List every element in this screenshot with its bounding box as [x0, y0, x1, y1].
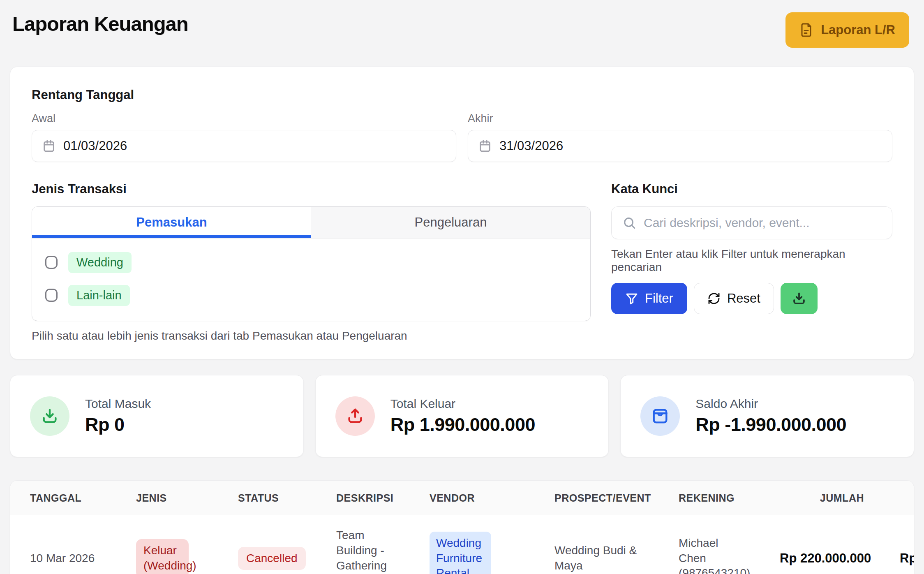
- page-title: Laporan Keuangan: [12, 12, 188, 35]
- option-wedding[interactable]: Wedding: [45, 249, 590, 275]
- export-button[interactable]: [781, 283, 818, 314]
- wedding-option-label: Wedding: [68, 252, 132, 273]
- cell-deskripsi: Team Building - Gathering Karyawan: [336, 528, 392, 574]
- total-keluar-label: Total Keluar: [390, 397, 535, 411]
- wedding-checkbox[interactable]: [45, 256, 58, 269]
- tab-content: Wedding Lain-lain: [32, 238, 590, 321]
- total-masuk-card: Total Masuk Rp 0: [10, 375, 304, 457]
- saldo-akhir-label: Saldo Akhir: [695, 397, 846, 411]
- start-date-group: Awal 01/03/2026: [32, 112, 456, 162]
- saldo-akhir-value: Rp -1.990.000.000: [695, 414, 846, 435]
- summary-cards: Total Masuk Rp 0 Total Keluar Rp 1.990.0…: [10, 375, 914, 457]
- keyword-search-input[interactable]: [644, 216, 881, 230]
- transaction-type-helper: Pilih satu atau lebih jenis transaksi da…: [32, 329, 591, 343]
- arrow-up-tray-icon: [335, 396, 375, 436]
- report-lr-button[interactable]: Laporan L/R: [785, 12, 909, 48]
- filter-button[interactable]: Filter: [611, 283, 687, 314]
- vendor-badge: Wedding Furniture Rental: [430, 532, 491, 574]
- lain-lain-checkbox[interactable]: [45, 289, 58, 302]
- saldo-akhir-card: Saldo Akhir Rp -1.990.000.000: [620, 375, 914, 457]
- col-vendor: VENDOR: [430, 481, 554, 515]
- col-deskripsi: DESKRIPSI: [336, 481, 430, 515]
- keyword-search-box: [611, 206, 892, 239]
- lain-lain-option-label: Lain-lain: [68, 285, 130, 306]
- reset-button[interactable]: Reset: [694, 283, 774, 314]
- calendar-icon: [42, 139, 56, 153]
- option-lain-lain[interactable]: Lain-lain: [45, 282, 590, 308]
- cell-tanggal: 10 Mar 2026: [10, 515, 136, 574]
- date-range-row: Awal 01/03/2026 Akhir 31/03/2026: [32, 112, 892, 162]
- col-tanggal: TANGGAL: [10, 481, 136, 515]
- end-date-label: Akhir: [468, 112, 892, 125]
- start-date-label: Awal: [32, 112, 456, 125]
- search-icon: [622, 216, 636, 230]
- tab-pengeluaran[interactable]: Pengeluaran: [311, 207, 590, 238]
- jenis-badge: Keluar (Wedding): [136, 539, 189, 574]
- cell-jumlah: Rp 220.000.000: [780, 515, 874, 574]
- total-masuk-label: Total Masuk: [85, 397, 151, 411]
- date-range-label: Rentang Tanggal: [32, 88, 892, 102]
- table-row: 10 Mar 2026 Keluar (Wedding) Cancelled T…: [10, 515, 914, 574]
- download-icon: [791, 291, 807, 306]
- end-date-input[interactable]: 31/03/2026: [468, 130, 892, 162]
- refresh-icon: [707, 292, 721, 305]
- tab-pemasukan[interactable]: Pemasukan: [32, 207, 311, 238]
- tab-strip: Pemasukan Pengeluaran: [32, 207, 590, 238]
- funnel-icon: [625, 292, 638, 305]
- filter-panel: Rentang Tanggal Awal 01/03/2026 Akhir: [10, 67, 914, 359]
- status-badge: Cancelled: [238, 547, 306, 570]
- calendar-icon: [478, 139, 492, 153]
- start-date-input[interactable]: 01/03/2026: [32, 130, 456, 162]
- transaction-type-group: Jenis Transaksi Pemasukan Pengeluaran We…: [32, 182, 591, 343]
- keyword-label: Kata Kunci: [611, 182, 892, 197]
- report-lr-button-label: Laporan L/R: [821, 23, 895, 37]
- transactions-table-card: TANGGAL JENIS STATUS DESKRIPSI VENDOR PR…: [10, 480, 914, 574]
- col-jenis: JENIS: [136, 481, 238, 515]
- wallet-icon: [640, 396, 680, 436]
- table-header-row: TANGGAL JENIS STATUS DESKRIPSI VENDOR PR…: [10, 481, 914, 515]
- cell-next-clipped: Rp: [874, 515, 914, 574]
- end-date-value: 31/03/2026: [499, 139, 563, 153]
- transactions-table: TANGGAL JENIS STATUS DESKRIPSI VENDOR PR…: [10, 481, 914, 574]
- col-jumlah: JUMLAH: [780, 481, 874, 515]
- document-icon: [799, 23, 814, 37]
- col-clipped: [874, 481, 914, 515]
- arrow-down-tray-icon: [30, 396, 69, 436]
- total-masuk-value: Rp 0: [85, 414, 151, 435]
- total-keluar-card: Total Keluar Rp 1.990.000.000: [315, 375, 609, 457]
- col-rekening: REKENING: [679, 481, 780, 515]
- reset-button-label: Reset: [727, 291, 760, 306]
- col-status: STATUS: [238, 481, 336, 515]
- total-keluar-value: Rp 1.990.000.000: [390, 414, 535, 435]
- page-header: Laporan Keuangan Laporan L/R: [0, 0, 924, 48]
- transaction-type-tabs-box: Pemasukan Pengeluaran Wedding Lain-lain: [32, 206, 591, 321]
- col-prospect-event: PROSPECT/EVENT: [554, 481, 679, 515]
- cell-rekening: Michael Chen (9876543210): [679, 536, 730, 574]
- filter-button-label: Filter: [645, 291, 673, 306]
- end-date-group: Akhir 31/03/2026: [468, 112, 892, 162]
- keyword-helper: Tekan Enter atau klik Filter untuk mener…: [611, 248, 892, 274]
- transaction-type-label: Jenis Transaksi: [32, 182, 591, 197]
- keyword-group: Kata Kunci Tekan Enter atau klik Filter …: [611, 182, 892, 343]
- cell-prospect-event: Wedding Budi & Maya: [554, 543, 643, 574]
- start-date-value: 01/03/2026: [63, 139, 127, 153]
